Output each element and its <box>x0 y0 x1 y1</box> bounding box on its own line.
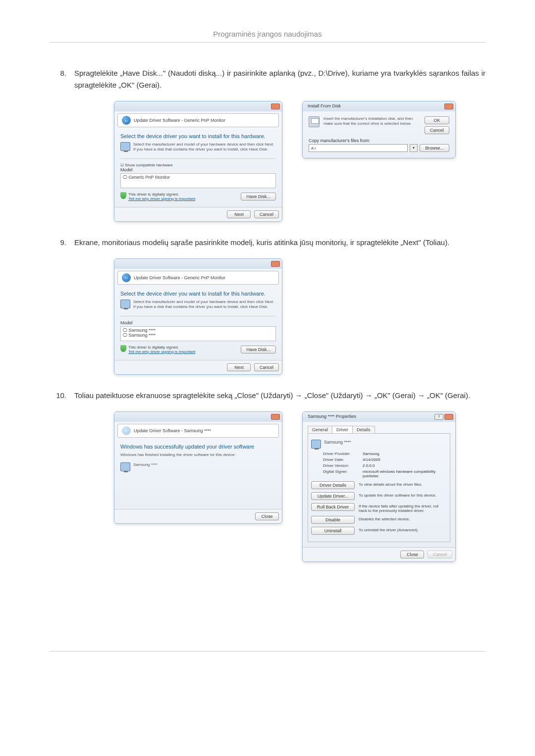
cancel-button: Cancel <box>428 551 452 558</box>
roll-back-button[interactable]: Roll Back Driver <box>311 503 355 511</box>
screenshot-row-10: ← Update Driver Software - Samsung **** … <box>114 411 485 562</box>
close-icon[interactable] <box>271 103 280 109</box>
screenshot-row-9: ← Update Driver Software - Generic PnP M… <box>114 258 485 375</box>
step-9-text: Ekrane, monitoriaus modelių sąraše pasir… <box>74 237 485 249</box>
shield-icon <box>120 345 126 352</box>
signing-link[interactable]: Tell me why driver signing is important <box>128 197 195 201</box>
breadcrumb: ← Update Driver Software - Generic PnP M… <box>117 113 279 127</box>
dialog-heading: Select the device driver you want to ins… <box>120 291 276 297</box>
dialog-heading: Select the device driver you want to ins… <box>120 133 276 139</box>
tabs: General Driver Details <box>308 426 450 434</box>
titlebar <box>114 412 282 422</box>
back-icon[interactable]: ← <box>122 273 131 282</box>
titlebar: Samsung **** Properties ? <box>303 412 455 422</box>
step-8: 8. Spragtelėkite „Have Disk..." (Naudoti… <box>50 67 485 91</box>
dialog-sub: Windows has finished installing the driv… <box>120 453 276 457</box>
breadcrumb-text: Update Driver Software - Generic PnP Mon… <box>134 118 225 123</box>
compat-checkbox-row[interactable]: ☑ Show compatible hardware <box>120 163 276 167</box>
model-list[interactable]: 🖵 Generic PnP Monitor <box>120 173 276 188</box>
cancel-button[interactable]: Cancel <box>254 210 279 218</box>
have-disk-button[interactable]: Have Disk... <box>241 193 276 201</box>
titlebar <box>114 259 282 269</box>
breadcrumb: ← Update Driver Software - Generic PnP M… <box>117 271 279 285</box>
window-properties: Samsung **** Properties ? General Driver… <box>302 411 456 562</box>
step-8-number: 8. <box>50 67 74 91</box>
uninstall-button[interactable]: Uninstall <box>311 527 355 535</box>
ok-button[interactable]: OK <box>425 116 449 124</box>
list-item[interactable]: 🖵 Generic PnP Monitor <box>123 175 273 180</box>
step-9: 9. Ekrane, monitoriaus modelių sąraše pa… <box>50 237 485 249</box>
floppy-icon <box>309 116 320 127</box>
cancel-button[interactable]: Cancel <box>254 363 279 371</box>
breadcrumb: ← Update Driver Software - Samsung **** <box>117 424 279 438</box>
monitor-icon <box>120 300 130 308</box>
monitor-icon <box>120 462 130 471</box>
page-footer-line <box>50 651 485 652</box>
compat-label: Show compatible hardware <box>125 163 173 167</box>
shield-icon <box>120 192 126 199</box>
signed-text: This driver is digitally signed. <box>128 192 179 197</box>
window-title: Install From Disk <box>308 103 341 108</box>
cancel-button[interactable]: Cancel <box>425 126 449 134</box>
window-install-from-disk: Install From Disk Insert the manufacture… <box>302 101 456 158</box>
dialog-instructions: Select the manufacturer and model of you… <box>133 300 276 310</box>
monitor-icon <box>120 142 130 151</box>
dialog-instructions: Select the manufacturer and model of you… <box>133 142 276 152</box>
driver-details-button[interactable]: Driver Details <box>311 481 355 489</box>
step-9-number: 9. <box>50 237 74 249</box>
window-select-driver-1: ← Update Driver Software - Generic PnP M… <box>114 101 282 222</box>
list-item[interactable]: 🖵 Samsung **** <box>123 333 273 338</box>
step-10-number: 10. <box>50 390 74 402</box>
list-item[interactable]: 🖵 Samsung **** <box>123 328 273 333</box>
tab-driver[interactable]: Driver <box>332 426 353 433</box>
signing-link[interactable]: Tell me why driver signing is important <box>128 350 195 354</box>
close-button[interactable]: Close <box>255 512 279 520</box>
device-name: Samsung **** <box>133 462 276 471</box>
monitor-icon: 🖵 <box>123 328 127 333</box>
titlebar: Install From Disk <box>303 101 455 111</box>
copy-from-label: Copy manufacturer's files from: <box>309 138 449 143</box>
model-label: Model <box>120 320 276 325</box>
page-header: Programinės įrangos naudojimas <box>50 30 485 43</box>
breadcrumb-text: Update Driver Software - Samsung **** <box>134 428 211 433</box>
monitor-icon: 🖵 <box>123 333 127 338</box>
help-icon[interactable]: ? <box>434 414 443 420</box>
step-8-text: Spragtelėkite „Have Disk..." (Naudoti di… <box>74 67 485 91</box>
back-icon[interactable]: ← <box>122 116 131 125</box>
model-label: Model <box>120 167 276 172</box>
step-10: 10. Toliau pateiktuose ekranuose spragte… <box>50 390 485 402</box>
close-icon[interactable] <box>444 414 453 420</box>
tab-general[interactable]: General <box>308 426 332 433</box>
step-10-text: Toliau pateiktuose ekranuose spragtelėki… <box>74 390 485 402</box>
window-title: Samsung **** Properties <box>308 414 356 419</box>
dialog-heading: Windows has successfully updated your dr… <box>120 444 276 450</box>
window-select-driver-2: ← Update Driver Software - Generic PnP M… <box>114 258 282 375</box>
monitor-icon <box>311 440 321 449</box>
browse-button[interactable]: Browse... <box>420 144 449 152</box>
disable-button[interactable]: Disable <box>311 516 355 524</box>
update-driver-button[interactable]: Update Driver... <box>311 492 355 500</box>
drive-dropdown[interactable]: A:\ <box>309 144 408 152</box>
close-icon[interactable] <box>271 414 280 420</box>
next-button[interactable]: Next <box>227 210 251 218</box>
titlebar <box>114 101 282 111</box>
have-disk-button[interactable]: Have Disk... <box>241 346 276 353</box>
screenshot-row-8: ← Update Driver Software - Generic PnP M… <box>114 101 485 222</box>
model-list[interactable]: 🖵 Samsung **** 🖵 Samsung **** <box>120 326 276 341</box>
back-icon: ← <box>122 426 131 435</box>
monitor-icon: 🖵 <box>123 175 127 180</box>
close-icon[interactable] <box>271 261 280 267</box>
close-icon[interactable] <box>444 103 453 109</box>
signed-text: This driver is digitally signed. <box>128 345 179 350</box>
tab-details[interactable]: Details <box>352 426 375 433</box>
window-update-success: ← Update Driver Software - Samsung **** … <box>114 411 282 524</box>
checkbox-icon[interactable]: ☑ <box>120 163 124 167</box>
breadcrumb-text: Update Driver Software - Generic PnP Mon… <box>134 275 225 280</box>
next-button[interactable]: Next <box>227 363 251 371</box>
close-button[interactable]: Close <box>400 551 424 558</box>
install-instructions: Insert the manufacturer's installation d… <box>323 116 421 127</box>
chevron-down-icon[interactable]: ▾ <box>410 144 418 152</box>
device-name: Samsung **** <box>324 440 447 449</box>
